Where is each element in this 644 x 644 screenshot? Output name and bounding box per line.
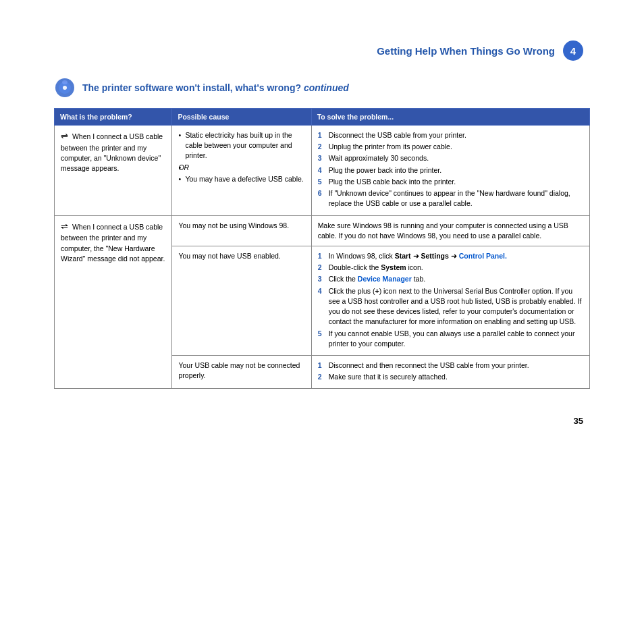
cause-item: You may have a defective USB cable. xyxy=(178,174,304,184)
usb-icon: ⇌ xyxy=(61,131,68,141)
section-title-row: The printer software won't install, what… xyxy=(54,77,590,99)
cause-cell-2a: You may not be using Windows 98. xyxy=(172,215,311,246)
cause-list-1: Static electricity has built up in the c… xyxy=(178,130,304,184)
solve-cell-2b: 1In Windows 98, click Start ➜ Settings ➜… xyxy=(311,246,589,355)
solve-step: 2Double-click the System icon. xyxy=(318,263,583,273)
problem-text-2: When I connect a USB cable between the p… xyxy=(61,223,165,263)
solve-step: 3Wait approximately 30 seconds. xyxy=(318,153,583,163)
col-header-cause: Possible cause xyxy=(172,109,311,126)
cause-text-2b: You may not have USB enabled. xyxy=(178,252,280,260)
solve-step: 5If you cannot enable USB, you can alway… xyxy=(318,329,583,349)
problem-cell-1: ⇌ When I connect a USB cable between the… xyxy=(55,126,172,216)
cause-cell-2b: You may not have USB enabled. xyxy=(172,246,311,355)
solve-step: 2Make sure that it is securely attached. xyxy=(318,372,583,382)
chapter-title: Getting Help When Things Go Wrong xyxy=(377,45,555,57)
solve-step: 1Disconnect and then reconnect the USB c… xyxy=(318,360,583,371)
solve-cell-2c: 1Disconnect and then reconnect the USB c… xyxy=(311,355,589,388)
solve-cell-1: 1Disconnect the USB cable from your prin… xyxy=(311,126,589,216)
solve-step: 3Click the Device Manager tab. xyxy=(318,274,583,284)
chapter-badge: 4 xyxy=(563,41,583,61)
usb-icon-2: ⇌ xyxy=(61,221,68,232)
solve-list-2b: 1In Windows 98, click Start ➜ Settings ➜… xyxy=(318,251,583,349)
solve-list-1: 1Disconnect the USB cable from your prin… xyxy=(318,130,583,209)
solve-step: 4Plug the power back into the printer. xyxy=(318,165,583,176)
svg-point-3 xyxy=(62,80,68,84)
section-title: The printer software won't install, what… xyxy=(82,82,349,93)
solve-step: 1Disconnect the USB cable from your prin… xyxy=(318,130,583,140)
cause-text-2c: Your USB cable may not be connected prop… xyxy=(178,361,300,379)
printer-icon xyxy=(54,77,76,99)
solve-text-2a: Make sure Windows 98 is running and your… xyxy=(318,221,568,240)
solve-step: 4Click the plus (+) icon next to the Uni… xyxy=(318,286,583,327)
col-header-solve: To solve the problem... xyxy=(311,109,589,126)
svg-point-2 xyxy=(63,86,67,90)
problem-text-1: When I connect a USB cable between the p… xyxy=(61,132,163,172)
table-row: ⇌ When I connect a USB cable between the… xyxy=(55,215,590,246)
solve-step: 5Plug the USB cable back into the printe… xyxy=(318,177,583,187)
solve-step: 6If "Unknown device" continues to appear… xyxy=(318,188,583,209)
cause-or: OR xyxy=(178,163,304,173)
col-header-problem: What is the problem? xyxy=(55,109,172,126)
problem-cell-2: ⇌ When I connect a USB cable between the… xyxy=(55,215,172,389)
solve-list-2c: 1Disconnect and then reconnect the USB c… xyxy=(318,360,583,382)
solve-cell-2a: Make sure Windows 98 is running and your… xyxy=(311,215,589,246)
cause-item: Static electricity has built up in the c… xyxy=(178,130,304,161)
table-row: ⇌ When I connect a USB cable between the… xyxy=(55,126,590,216)
cause-cell-1: Static electricity has built up in the c… xyxy=(172,126,311,216)
solve-step: 1In Windows 98, click Start ➜ Settings ➜… xyxy=(318,251,583,261)
page-header: Getting Help When Things Go Wrong 4 xyxy=(54,41,590,61)
solve-step: 2Unplug the printer from its power cable… xyxy=(318,142,583,152)
troubleshoot-table: What is the problem? Possible cause To s… xyxy=(54,108,590,389)
page-number: 35 xyxy=(54,416,590,426)
cause-cell-2c: Your USB cable may not be connected prop… xyxy=(172,355,311,388)
cause-text-2a: You may not be using Windows 98. xyxy=(178,221,289,230)
